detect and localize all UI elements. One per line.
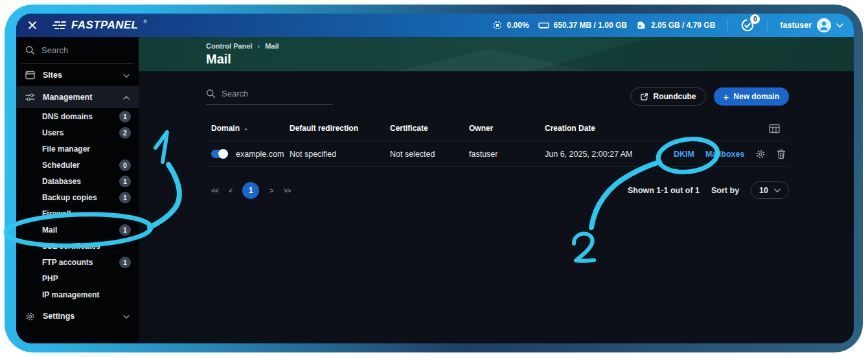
sidebar-item-databases[interactable]: Databases1 bbox=[16, 173, 139, 189]
table-search-input[interactable] bbox=[222, 89, 319, 98]
column-header-default-redirection[interactable]: Default redirection bbox=[290, 124, 390, 133]
gear-icon[interactable] bbox=[755, 149, 766, 159]
column-header-owner[interactable]: Owner bbox=[469, 124, 545, 133]
sidebar-item-label: Scheduler bbox=[42, 161, 80, 170]
sidebar-item-file-manager[interactable]: File manager bbox=[16, 141, 139, 157]
user-menu[interactable]: fastuser bbox=[780, 18, 843, 32]
main-area: Control Panel › Mail Mail bbox=[139, 37, 854, 343]
content: Roundcube + New domain Domain▲ Defa bbox=[139, 71, 854, 343]
topbar-divider bbox=[727, 19, 727, 31]
sidebar-search-input[interactable] bbox=[41, 45, 113, 55]
column-header-creation-date[interactable]: Creation Date bbox=[545, 124, 674, 133]
logo-text: FASTPANEL bbox=[71, 19, 138, 32]
page-size-select[interactable]: 10 bbox=[751, 181, 789, 199]
app-body: Sites Management DNS domains1 Users2 bbox=[16, 37, 854, 343]
cpu-value: 0.00% bbox=[507, 21, 529, 30]
search-icon bbox=[206, 89, 216, 98]
column-header-domain[interactable]: Domain▲ bbox=[211, 124, 290, 133]
topbar-divider bbox=[768, 19, 768, 31]
sidebar-item-settings[interactable]: Settings bbox=[16, 305, 139, 327]
domain-enabled-toggle[interactable] bbox=[211, 150, 228, 158]
dkim-link[interactable]: DKIM bbox=[674, 150, 694, 159]
chevron-down-icon bbox=[836, 23, 843, 28]
sidebar-item-php[interactable]: PHP bbox=[16, 270, 139, 286]
topbar: FASTPANEL® 0.00% 650.37 MB / 1.00 GB bbox=[16, 14, 854, 37]
chevron-up-icon bbox=[123, 93, 130, 102]
count-badge: 1 bbox=[119, 111, 131, 122]
count-badge: 1 bbox=[119, 257, 131, 268]
toggle-knob bbox=[218, 149, 228, 159]
sidebar-item-dns-domains[interactable]: DNS domains1 bbox=[16, 108, 139, 124]
toolbar: Roundcube + New domain bbox=[206, 87, 789, 106]
pagination-summary: Shown 1-1 out of 1 Sort by 10 bbox=[628, 181, 789, 199]
breadcrumb: Control Panel › Mail bbox=[206, 42, 854, 50]
mailboxes-link[interactable]: Mailboxes bbox=[705, 150, 744, 159]
count-badge: 1 bbox=[119, 176, 131, 187]
ram-stat: 650.37 MB / 1.00 GB bbox=[538, 21, 627, 30]
sidebar-item-label: FTP accounts bbox=[42, 258, 93, 267]
pagination-controls: << < 1 > >> bbox=[211, 182, 291, 199]
cpu-stat: 0.00% bbox=[492, 20, 529, 30]
notifications-button[interactable]: 0 bbox=[739, 17, 756, 34]
page-number-button[interactable]: 1 bbox=[242, 182, 259, 199]
sidebar-item-label: PHP bbox=[42, 274, 58, 283]
sort-asc-icon: ▲ bbox=[244, 126, 248, 131]
sidebar-item-label: DNS domains bbox=[42, 112, 93, 121]
count-badge: 1 bbox=[119, 224, 131, 236]
toolbar-buttons: Roundcube + New domain bbox=[630, 87, 789, 106]
plus-icon: + bbox=[724, 92, 729, 102]
ram-value: 650.37 MB / 1.00 GB bbox=[554, 21, 627, 30]
last-page-button[interactable]: >> bbox=[284, 187, 291, 194]
avatar bbox=[817, 18, 831, 32]
logo-equalizer-icon bbox=[52, 20, 67, 30]
notifications-count-badge: 0 bbox=[750, 14, 760, 24]
sidebar-item-backup-copies[interactable]: Backup copies1 bbox=[16, 189, 139, 205]
ram-icon bbox=[538, 21, 549, 30]
roundcube-button[interactable]: Roundcube bbox=[630, 87, 706, 106]
breadcrumb-control-panel[interactable]: Control Panel bbox=[206, 42, 253, 50]
prev-page-button[interactable]: < bbox=[229, 187, 232, 194]
app-window: FASTPANEL® 0.00% 650.37 MB / 1.00 GB bbox=[16, 14, 854, 343]
next-page-button[interactable]: > bbox=[269, 187, 273, 194]
close-icon[interactable] bbox=[25, 18, 40, 32]
sidebar-search[interactable] bbox=[21, 37, 133, 64]
new-domain-button[interactable]: + New domain bbox=[714, 87, 789, 106]
sidebar-item-label: IP management bbox=[42, 290, 99, 299]
sidebar-item-label: File manager bbox=[42, 144, 90, 154]
sidebar-item-label: Firewall bbox=[42, 209, 71, 218]
new-domain-label: New domain bbox=[733, 92, 779, 101]
chevron-down-icon bbox=[774, 189, 781, 192]
sidebar-item-ssl-certificates[interactable]: SSL certificates bbox=[16, 238, 139, 254]
sidebar-item-ftp-accounts[interactable]: FTP accounts1 bbox=[16, 254, 139, 270]
count-badge: 2 bbox=[119, 127, 131, 139]
page-size-value: 10 bbox=[759, 186, 768, 195]
shown-count-label: Shown 1-1 out of 1 bbox=[628, 186, 700, 195]
domain-name[interactable]: example.com bbox=[236, 150, 284, 159]
count-badge: 0 bbox=[119, 159, 131, 171]
sidebar-item-mail[interactable]: Mail1 bbox=[16, 222, 139, 238]
owner-cell: fastuser bbox=[469, 150, 545, 159]
disk-value: 2.05 GB / 4.79 GB bbox=[651, 21, 715, 30]
sidebar-item-ip-management[interactable]: IP management bbox=[16, 286, 139, 303]
sidebar-item-label: Backup copies bbox=[42, 193, 97, 202]
sidebar-item-users[interactable]: Users2 bbox=[16, 124, 139, 141]
sidebar: Sites Management DNS domains1 Users2 bbox=[16, 37, 139, 343]
chevron-down-icon bbox=[123, 312, 130, 321]
creation-date-cell: Jun 6, 2025, 2:00:27 AM bbox=[545, 150, 674, 159]
table-row: example.com Not specified Not selected f… bbox=[206, 141, 789, 167]
first-page-button[interactable]: << bbox=[211, 187, 218, 194]
sidebar-item-firewall[interactable]: Firewall bbox=[16, 205, 139, 222]
sidebar-item-management[interactable]: Management bbox=[16, 86, 139, 108]
sites-icon bbox=[25, 71, 35, 80]
column-settings-icon[interactable] bbox=[769, 124, 789, 133]
sidebar-item-sites[interactable]: Sites bbox=[16, 64, 139, 86]
table-search[interactable] bbox=[206, 89, 333, 105]
sidebar-item-label: Databases bbox=[42, 177, 81, 186]
sidebar-item-scheduler[interactable]: Scheduler0 bbox=[16, 157, 139, 173]
trash-icon[interactable] bbox=[777, 149, 786, 159]
page-header: Control Panel › Mail Mail bbox=[139, 37, 854, 71]
certificate-cell: Not selected bbox=[390, 150, 469, 159]
sidebar-item-label: Users bbox=[42, 128, 63, 137]
column-header-certificate[interactable]: Certificate bbox=[390, 124, 469, 133]
gear-icon bbox=[25, 312, 35, 321]
